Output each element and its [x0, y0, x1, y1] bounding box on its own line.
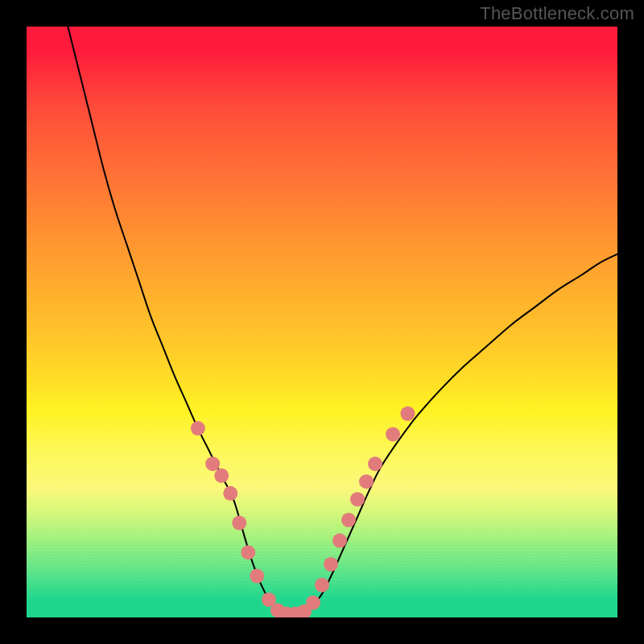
data-marker — [368, 456, 382, 471]
curve-group — [68, 27, 617, 615]
watermark-text: TheBottleneck.com — [480, 3, 634, 24]
data-marker — [400, 407, 415, 421]
plot-area — [27, 27, 617, 617]
bottleneck-curve — [68, 27, 617, 615]
data-marker — [315, 578, 329, 592]
data-marker — [214, 469, 229, 483]
chart-svg — [27, 27, 617, 617]
data-marker — [205, 456, 220, 471]
data-marker — [350, 492, 365, 506]
data-marker — [250, 569, 264, 584]
data-marker — [386, 427, 400, 441]
data-marker — [241, 545, 255, 559]
marker-group — [191, 407, 415, 617]
data-marker — [359, 474, 374, 489]
data-marker — [341, 513, 356, 527]
chart-frame: TheBottleneck.com — [0, 0, 644, 644]
data-marker — [223, 486, 237, 501]
data-marker — [324, 557, 338, 572]
data-marker — [191, 421, 205, 436]
data-marker — [332, 534, 347, 548]
data-marker — [306, 596, 320, 610]
data-marker — [232, 516, 246, 530]
